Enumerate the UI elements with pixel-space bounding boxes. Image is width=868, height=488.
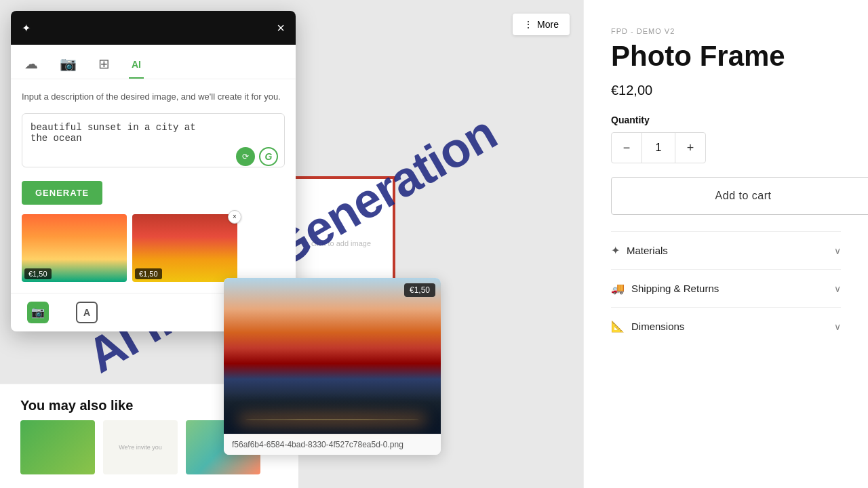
shipping-accordion[interactable]: 🚚 Shipping & Returns ∨ — [611, 269, 841, 307]
text-tool-button[interactable]: A — [71, 299, 103, 326]
materials-left: ✦ Materials — [611, 244, 668, 257]
modal-tabs: ☁ 📷 ⊞ AI — [11, 45, 296, 79]
prompt-wrapper: beautiful sunset in a city at the ocean … — [22, 113, 285, 173]
thumbnail-2-close-button[interactable]: × — [228, 210, 241, 224]
photo-tool-icon: 📷 — [27, 302, 49, 323]
shipping-chevron: ∨ — [834, 283, 841, 294]
tab-upload[interactable]: ☁ — [22, 50, 41, 79]
quantity-label: Quantity — [611, 115, 841, 125]
text-tool-icon: A — [76, 302, 98, 323]
dimensions-left: 📐 Dimensions — [611, 320, 684, 333]
materials-icon: ✦ — [611, 244, 620, 257]
thumbnail-2-price: €1,50 — [135, 268, 162, 279]
thumbnail-1-price: €1,50 — [24, 268, 52, 279]
modal-close-button[interactable]: × — [277, 21, 285, 35]
prompt-enhance-button[interactable]: ⟳ — [236, 147, 255, 166]
prompt-icon-buttons: ⟳ G — [236, 147, 278, 166]
dimensions-accordion[interactable]: 📐 Dimensions ∨ — [611, 307, 841, 345]
preview-filename: f56af6b4-6584-4bad-8330-4f527c78ea5d-0.p… — [224, 434, 441, 455]
shipping-label: Shipping & Returns — [631, 283, 719, 294]
also-like-item-1[interactable] — [20, 420, 95, 474]
shipping-left: 🚚 Shipping & Returns — [611, 282, 719, 295]
thumbnail-1[interactable]: €1,50 — [22, 214, 127, 282]
generate-button[interactable]: GENERATE — [22, 181, 102, 205]
frame-placeholder: click to add image — [311, 239, 371, 249]
more-dots-icon: ⋮ — [524, 19, 533, 30]
also-like-item-2[interactable]: We're invite you — [103, 420, 178, 474]
tab-camera[interactable]: 📷 — [57, 50, 79, 79]
product-title: Photo Frame — [611, 41, 841, 72]
dimensions-label: Dimensions — [631, 321, 684, 332]
ai-icon: AI — [132, 59, 141, 70]
materials-accordion[interactable]: ✦ Materials ∨ — [611, 231, 841, 269]
plus-icon: + — [687, 141, 694, 155]
product-price: €12,00 — [611, 83, 841, 98]
preview-image: €1,50 — [224, 278, 441, 434]
modal-description: Input a description of the desired image… — [22, 90, 285, 104]
dimensions-chevron: ∨ — [834, 321, 841, 332]
floating-image-preview[interactable]: €1,50 f56af6b4-6584-4bad-8330-4f527c78ea… — [224, 278, 441, 455]
modal-body: Input a description of the desired image… — [11, 79, 296, 293]
add-to-cart-button[interactable]: Add to cart — [611, 177, 868, 215]
upload-icon: ☁ — [24, 56, 38, 71]
quantity-increase-button[interactable]: + — [675, 133, 705, 163]
materials-label: Materials — [627, 245, 668, 256]
minus-icon: − — [623, 141, 631, 155]
tab-qr[interactable]: ⊞ — [96, 50, 113, 79]
more-button[interactable]: ⋮ More — [513, 14, 570, 35]
tab-ai[interactable]: AI — [129, 50, 144, 79]
photo-tool-button[interactable]: 📷 — [22, 299, 54, 326]
product-info-panel: FPD - DEMO V2 Photo Frame €12,00 Quantit… — [583, 0, 868, 488]
quantity-control: − 1 + — [611, 132, 706, 163]
quantity-value: 1 — [642, 133, 675, 163]
camera-icon: 📷 — [60, 56, 77, 71]
prompt-grammar-button[interactable]: G — [259, 147, 278, 166]
materials-chevron: ∨ — [834, 245, 841, 256]
drag-handle-icon[interactable]: ✦ — [22, 22, 31, 35]
close-icon: × — [277, 20, 285, 35]
brand-label: FPD - DEMO V2 — [611, 27, 841, 35]
shipping-icon: 🚚 — [611, 282, 625, 295]
thumbnails-row: €1,50 €1,50 × — [22, 214, 285, 282]
quantity-decrease-button[interactable]: − — [612, 133, 642, 163]
more-label: More — [537, 19, 559, 30]
modal-header: ✦ × — [11, 11, 296, 45]
dimensions-icon: 📐 — [611, 320, 625, 333]
preview-price-badge: €1,50 — [404, 283, 435, 297]
qr-icon: ⊞ — [98, 56, 110, 71]
thumbnail-2[interactable]: €1,50 × — [132, 214, 237, 282]
